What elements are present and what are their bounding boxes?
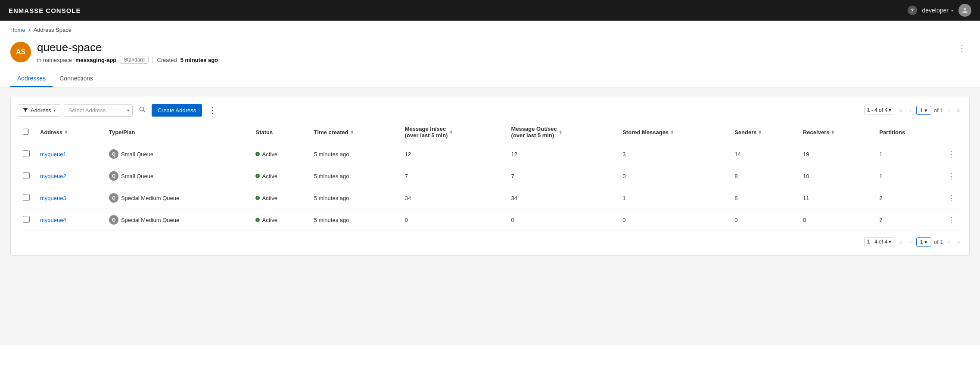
address-link-myqueue4[interactable]: myqueue4 bbox=[40, 217, 66, 223]
time-created-myqueue4: 5 minutes ago bbox=[309, 209, 400, 231]
namespace-label: in namespace bbox=[37, 57, 72, 63]
table-row: myqueue1 Q Small Queue Active 5 minutes … bbox=[18, 143, 962, 165]
filter-label: Address bbox=[31, 107, 51, 114]
msg-in-myqueue1: 12 bbox=[400, 143, 506, 165]
col-header-partitions: Partitions bbox=[874, 121, 940, 143]
create-address-button[interactable]: Create Address bbox=[152, 104, 202, 117]
table-row: myqueue2 Q Small Queue Active 5 minutes … bbox=[18, 165, 962, 187]
address-link-myqueue1[interactable]: myqueue1 bbox=[40, 151, 66, 157]
search-button[interactable] bbox=[136, 103, 148, 117]
msg-in-myqueue4: 0 bbox=[400, 209, 506, 231]
user-menu-chevron-icon: ▾ bbox=[951, 8, 953, 13]
senders-myqueue2: 8 bbox=[729, 165, 798, 187]
stored-myqueue4: 0 bbox=[617, 209, 729, 231]
page-of-top: of 1 bbox=[934, 107, 943, 114]
page-header: AS queue-space in namespace messaging-ap… bbox=[0, 37, 980, 71]
col-header-address: Address ⇕ bbox=[35, 121, 104, 143]
status-dot-myqueue3 bbox=[255, 196, 260, 200]
breadcrumb-separator: > bbox=[28, 27, 31, 33]
senders-myqueue4: 0 bbox=[729, 209, 798, 231]
page-prev-bottom[interactable]: ‹ bbox=[907, 237, 914, 247]
msg-out-myqueue1: 12 bbox=[506, 143, 618, 165]
tab-addresses[interactable]: Addresses bbox=[10, 71, 53, 87]
address-link-myqueue2[interactable]: myqueue2 bbox=[40, 173, 66, 179]
sort-receivers-icon[interactable]: ⇕ bbox=[831, 130, 834, 135]
tab-connections[interactable]: Connections bbox=[53, 71, 100, 87]
msg-out-myqueue4: 0 bbox=[506, 209, 618, 231]
time-created-myqueue1: 5 minutes ago bbox=[309, 143, 400, 165]
type-chip-myqueue2: Q Small Queue bbox=[109, 171, 245, 181]
type-plan-myqueue2: Small Queue bbox=[121, 173, 153, 179]
senders-myqueue3: 8 bbox=[729, 187, 798, 209]
page-current-top[interactable]: 1 ▾ bbox=[916, 106, 931, 115]
svg-point-0 bbox=[964, 8, 966, 10]
help-button[interactable]: ? bbox=[908, 6, 917, 15]
page-current-bottom[interactable]: 1 ▾ bbox=[916, 237, 931, 247]
page-last-top[interactable]: » bbox=[955, 105, 962, 115]
sort-stored-icon[interactable]: ⇕ bbox=[670, 130, 674, 135]
svg-point-1 bbox=[140, 107, 143, 111]
table-row: myqueue3 Q Special Medium Queue Active 5… bbox=[18, 187, 962, 209]
receivers-myqueue4: 0 bbox=[798, 209, 874, 231]
toolbar-row: Address ▾ Select Addressmyqueue1myqueue2… bbox=[18, 103, 962, 117]
current-page-chevron-top-icon: ▾ bbox=[924, 107, 927, 114]
pagination-top: 1 - 4 of 4 ▾ « ‹ 1 ▾ of 1 › » bbox=[864, 105, 962, 115]
addresses-table: Address ⇕ Type/Plan Status bbox=[18, 121, 962, 231]
sort-address-icon[interactable]: ⇕ bbox=[64, 130, 68, 135]
breadcrumb-home[interactable]: Home bbox=[10, 27, 25, 33]
brand-title: ENMASSE CONSOLE bbox=[9, 7, 81, 14]
type-chip-myqueue4: Q Special Medium Queue bbox=[109, 215, 245, 225]
stored-myqueue1: 3 bbox=[617, 143, 729, 165]
user-menu[interactable]: developer ▾ bbox=[922, 7, 954, 14]
filter-icon bbox=[22, 107, 28, 113]
topnav-right: ? developer ▾ bbox=[908, 4, 972, 17]
select-all-checkbox[interactable] bbox=[23, 128, 29, 135]
page-next-top[interactable]: › bbox=[946, 105, 952, 115]
row-kebab-myqueue2[interactable]: ⋮ bbox=[945, 170, 957, 182]
avatar[interactable] bbox=[958, 4, 971, 17]
time-created-myqueue2: 5 minutes ago bbox=[309, 165, 400, 187]
address-select-wrapper: Select Addressmyqueue1myqueue2myqueue3my… bbox=[64, 104, 133, 117]
filter-chevron-icon: ▾ bbox=[53, 108, 56, 113]
row-actions-myqueue1: ⋮ bbox=[945, 148, 957, 160]
sort-senders-icon[interactable]: ⇕ bbox=[758, 130, 762, 135]
col-header-status: Status bbox=[250, 121, 308, 143]
breadcrumb: Home > Address Space bbox=[0, 21, 980, 37]
type-plan-myqueue3: Special Medium Queue bbox=[121, 195, 179, 201]
row-kebab-myqueue4[interactable]: ⋮ bbox=[945, 214, 957, 225]
page-next-bottom[interactable]: › bbox=[946, 237, 952, 247]
page-prev-top[interactable]: ‹ bbox=[907, 105, 914, 115]
row-kebab-myqueue3[interactable]: ⋮ bbox=[945, 192, 957, 203]
page-actions-button[interactable]: ⋮ bbox=[954, 41, 970, 55]
filter-button[interactable]: Address ▾ bbox=[18, 104, 60, 117]
page-first-top[interactable]: « bbox=[897, 105, 905, 115]
tabs: Addresses Connections bbox=[0, 71, 980, 87]
status-myqueue1: Active bbox=[255, 151, 303, 157]
row-checkbox-myqueue2[interactable] bbox=[23, 172, 30, 179]
page-last-bottom[interactable]: » bbox=[955, 237, 962, 247]
address-link-myqueue3[interactable]: myqueue3 bbox=[40, 195, 66, 201]
row-checkbox-myqueue1[interactable] bbox=[23, 150, 30, 157]
type-icon-myqueue4: Q bbox=[109, 215, 118, 225]
toolbar: Address ▾ Select Addressmyqueue1myqueue2… bbox=[18, 103, 219, 117]
page-first-bottom[interactable]: « bbox=[897, 237, 905, 247]
msg-in-myqueue3: 34 bbox=[400, 187, 506, 209]
address-select[interactable]: Select Addressmyqueue1myqueue2myqueue3my… bbox=[64, 104, 133, 117]
page-meta: in namespace messaging-app Standard | Cr… bbox=[37, 56, 218, 64]
row-checkbox-myqueue3[interactable] bbox=[23, 194, 30, 201]
sort-msgout-icon[interactable]: ⇕ bbox=[559, 130, 562, 135]
row-checkbox-myqueue4[interactable] bbox=[23, 216, 30, 223]
toolbar-kebab-button[interactable]: ⋮ bbox=[205, 103, 219, 117]
sort-time-icon[interactable]: ⇕ bbox=[350, 130, 354, 135]
page-range-top[interactable]: 1 - 4 of 4 ▾ bbox=[864, 106, 894, 114]
col-header-senders: Senders ⇕ bbox=[729, 121, 798, 143]
receivers-myqueue3: 11 bbox=[798, 187, 874, 209]
status-myqueue2: Active bbox=[255, 173, 303, 179]
row-kebab-myqueue1[interactable]: ⋮ bbox=[945, 148, 957, 160]
page-range-bottom[interactable]: 1 - 4 of 4 ▾ bbox=[864, 237, 894, 246]
range-chevron-bottom-icon: ▾ bbox=[889, 239, 891, 245]
created-label: Created bbox=[157, 57, 177, 63]
plan-badge: Standard bbox=[120, 56, 149, 64]
sort-msgin-icon[interactable]: ⇕ bbox=[449, 130, 453, 135]
row-actions-myqueue2: ⋮ bbox=[945, 170, 957, 182]
